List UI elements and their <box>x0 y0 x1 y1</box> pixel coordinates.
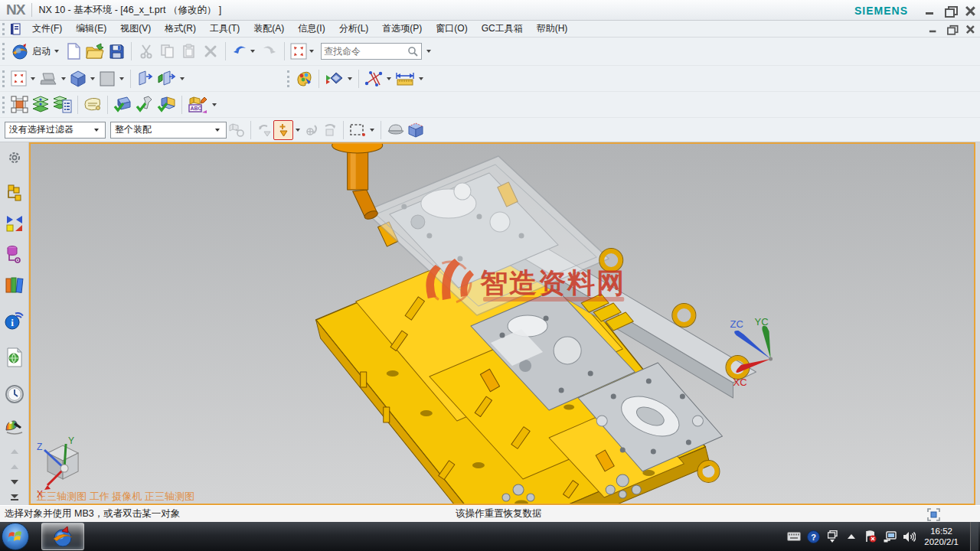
history-button[interactable] <box>5 384 24 404</box>
internet-button[interactable]: i <box>5 311 24 331</box>
prev-selection-button[interactable] <box>255 120 273 140</box>
nx-taskbar-button[interactable] <box>41 523 84 550</box>
resource-scroll-up[interactable] <box>5 444 24 459</box>
fit-view-button[interactable] <box>9 69 28 89</box>
resource-scroll-up2[interactable] <box>5 459 24 474</box>
validate-tool-button[interactable] <box>133 95 155 115</box>
background-button[interactable] <box>97 69 117 89</box>
part-navigator-button[interactable] <box>5 245 24 263</box>
shaded-object-button[interactable] <box>406 120 426 140</box>
start-button[interactable] <box>2 523 29 550</box>
undo-button[interactable] <box>230 41 259 62</box>
constraint-navigator-button[interactable] <box>5 214 24 233</box>
annotation-button[interactable] <box>82 95 103 115</box>
menu-preferences[interactable]: 首选项(P) <box>375 20 429 37</box>
keyboard-tray-icon[interactable] <box>787 528 801 545</box>
section-dropdown-icon[interactable] <box>180 77 185 80</box>
render-style-button[interactable] <box>68 69 88 89</box>
snapshot-button[interactable] <box>9 95 30 115</box>
deselect-button[interactable] <box>321 120 339 140</box>
selection-filter-dropdown[interactable]: 没有选择过滤器 <box>5 122 106 139</box>
menu-assembly[interactable]: 装配(A) <box>247 20 291 37</box>
menu-format[interactable]: 格式(R) <box>158 20 203 37</box>
system-materials-button[interactable] <box>5 418 24 436</box>
menu-edit[interactable]: 编辑(E) <box>69 20 113 37</box>
web-browser-button[interactable] <box>5 347 24 367</box>
quick-dimension-button[interactable] <box>363 69 384 89</box>
rotate-point-button[interactable] <box>302 120 321 140</box>
delete-button[interactable] <box>200 41 221 62</box>
attributes-dropdown-icon[interactable] <box>212 103 217 106</box>
toolbar-grip[interactable] <box>287 70 290 87</box>
validate-assembly-button[interactable] <box>155 95 178 115</box>
layer-category-button[interactable] <box>51 95 74 115</box>
child-close-button[interactable] <box>965 24 975 32</box>
layer-settings-button[interactable] <box>30 95 51 115</box>
window-tray-icon[interactable] <box>825 528 839 545</box>
redo-button[interactable] <box>259 41 280 62</box>
resource-scroll-down[interactable] <box>5 474 24 490</box>
validate-block-button[interactable] <box>112 95 133 115</box>
toolbar-grip[interactable] <box>2 96 5 113</box>
resource-scroll-bottom[interactable] <box>5 490 24 505</box>
show-hide-dropdown-icon[interactable] <box>348 77 352 80</box>
network-tray-icon[interactable] <box>883 528 897 545</box>
fit-dropdown-icon[interactable] <box>31 77 35 80</box>
new-file-button[interactable] <box>63 41 84 62</box>
measure-dropdown-icon[interactable] <box>419 77 423 80</box>
attributes-button[interactable]: ABC <box>186 95 210 115</box>
menu-gc-toolbox[interactable]: GC工具箱 <box>475 20 530 37</box>
window-style-dropdown-icon[interactable] <box>61 77 66 80</box>
copy-button[interactable] <box>157 41 178 62</box>
minimize-button[interactable] <box>925 6 936 15</box>
save-button[interactable] <box>106 41 127 62</box>
show-desktop-button[interactable] <box>970 522 978 551</box>
render-style-dropdown-icon[interactable] <box>90 77 95 80</box>
background-dropdown-icon[interactable] <box>119 77 124 80</box>
toolbar-grip[interactable] <box>2 70 5 87</box>
start-menu-button[interactable]: 启动 <box>9 41 63 62</box>
action-center-icon[interactable] <box>864 528 877 545</box>
cut-button[interactable] <box>136 41 157 62</box>
volume-tray-icon[interactable] <box>902 528 916 545</box>
quick-dimension-dropdown-icon[interactable] <box>387 77 391 80</box>
marquee-dropdown-icon[interactable] <box>370 129 374 132</box>
select-assembly-button[interactable] <box>227 120 247 140</box>
window-style-button[interactable] <box>38 69 59 89</box>
assembly-navigator-button[interactable] <box>5 184 24 202</box>
menu-file[interactable]: 文件(F) <box>25 20 69 37</box>
marquee-select-button[interactable] <box>348 120 368 140</box>
command-search-input[interactable] <box>324 46 407 57</box>
snap-point-button[interactable] <box>273 120 293 140</box>
menu-information[interactable]: 信息(I) <box>291 20 332 37</box>
child-minimize-button[interactable] <box>929 24 938 32</box>
help-tray-icon[interactable]: ? <box>806 528 820 545</box>
menu-help[interactable]: 帮助(H) <box>530 20 575 37</box>
menu-window[interactable]: 窗口(O) <box>429 20 474 37</box>
search-dropdown-icon[interactable] <box>426 50 431 53</box>
restore-button[interactable] <box>945 6 956 15</box>
menubar-grip[interactable] <box>2 23 5 35</box>
touch-mode-button[interactable] <box>289 41 318 62</box>
taskbar-clock[interactable]: 16:52 2020/2/1 <box>924 526 959 548</box>
graphics-window[interactable]: 智造资料网 ZC YC XC <box>29 142 975 505</box>
open-file-button[interactable] <box>84 41 106 62</box>
true-shading-button[interactable] <box>294 69 315 89</box>
paste-button[interactable] <box>178 41 200 62</box>
menu-tools[interactable]: 工具(T) <box>203 20 247 37</box>
command-finder[interactable] <box>321 43 422 60</box>
reuse-library-button[interactable] <box>5 276 24 294</box>
roles-button[interactable] <box>5 150 24 165</box>
show-hidden-icons-button[interactable] <box>844 528 858 545</box>
clip-window-button[interactable] <box>927 508 940 523</box>
close-button[interactable] <box>965 6 975 15</box>
child-restore-button[interactable] <box>947 24 956 32</box>
menu-view[interactable]: 视图(V) <box>113 20 158 37</box>
selection-scope-dropdown[interactable]: 整个装配 <box>110 122 227 139</box>
measure-distance-button[interactable] <box>394 69 416 89</box>
show-hide-button[interactable] <box>323 69 345 89</box>
toolbar-grip[interactable] <box>2 43 5 60</box>
edit-section-button[interactable] <box>155 69 178 89</box>
menu-analysis[interactable]: 分析(L) <box>332 20 376 37</box>
highlight-visor-button[interactable] <box>385 120 406 140</box>
